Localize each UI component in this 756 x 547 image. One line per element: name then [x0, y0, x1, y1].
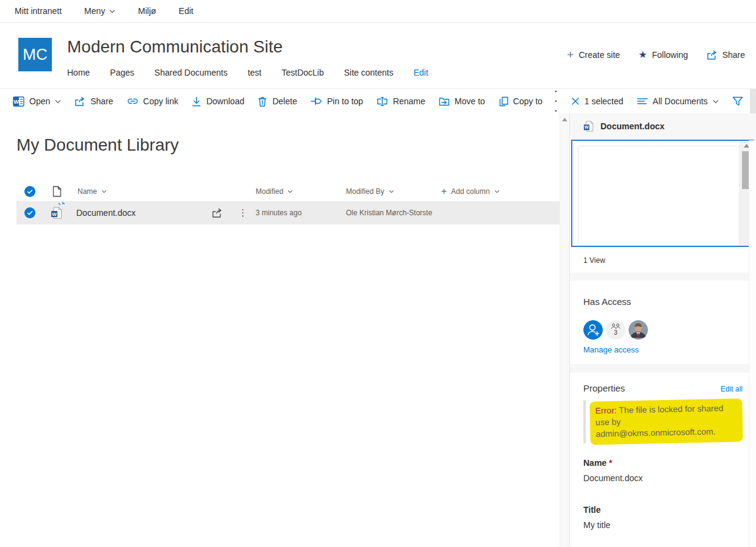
command-bar-left: W Open Share Copy link Download [0, 89, 564, 113]
edit-all-link[interactable]: Edit all [721, 385, 743, 393]
folder-move-icon [439, 97, 450, 106]
name-field-value[interactable]: Document.docx [583, 473, 743, 483]
following-button[interactable]: ★ Following [638, 50, 688, 60]
row-share-icon[interactable] [212, 208, 223, 218]
delete-button[interactable]: Delete [251, 89, 303, 113]
new-item-glimmer-icon [58, 201, 65, 207]
filter-funnel-icon [732, 96, 743, 106]
row-checkbox[interactable] [24, 207, 35, 218]
svg-text:W: W [13, 99, 19, 105]
scroll-up-arrow-icon[interactable] [562, 118, 567, 121]
open-label: Open [29, 96, 50, 106]
pin-to-top-label: Pin to top [327, 96, 363, 106]
column-header-name[interactable]: Name [70, 187, 204, 196]
details-panel-header: W Document.docx [570, 113, 756, 140]
command-bar-right: 1 selected All Documents [564, 89, 756, 113]
view-list-icon [637, 98, 648, 105]
info-pane-toggle-button[interactable] [750, 89, 756, 113]
copy-to-button[interactable]: Copy to [492, 89, 549, 113]
command-bar: W Open Share Copy link Download [0, 88, 756, 113]
share-button[interactable]: Share [68, 89, 120, 113]
word-file-icon: W [51, 207, 63, 219]
preview-page [578, 146, 740, 246]
user-photo-avatar[interactable] [628, 320, 648, 340]
nav-test[interactable]: test [248, 68, 262, 77]
share-site-button[interactable]: Share [707, 50, 745, 60]
section-divider [570, 273, 756, 281]
svg-text:W: W [585, 125, 589, 130]
chevron-down-icon [55, 99, 61, 104]
nav-shared-documents[interactable]: Shared Documents [154, 68, 228, 77]
name-field-label: Name [583, 458, 607, 468]
nav-pages[interactable]: Pages [110, 68, 134, 77]
nav-home[interactable]: Home [67, 68, 90, 77]
nav-testdoclib[interactable]: TestDocLib [281, 68, 323, 77]
rename-button[interactable]: Rename [370, 89, 432, 113]
row-more-actions-button[interactable]: ⋮ [230, 209, 256, 216]
clear-selection-button[interactable]: 1 selected [564, 89, 630, 113]
add-column-label: Add column [451, 187, 489, 196]
manage-access-link[interactable]: Manage access [583, 345, 639, 354]
suite-menu-label: Meny [84, 6, 105, 16]
nav-site-contents[interactable]: Site contents [344, 68, 394, 77]
file-name-link[interactable]: Document.docx [70, 208, 204, 218]
more-commands-button[interactable]: · · · [549, 87, 564, 116]
download-label: Download [206, 96, 244, 106]
list-scrollbar[interactable] [560, 113, 569, 547]
suite-menu[interactable]: Meny [84, 6, 115, 16]
suite-link-intranet[interactable]: Mitt intranett [15, 6, 62, 16]
chevron-down-icon [494, 190, 500, 193]
column-modified-by-label: Modified By [346, 187, 384, 196]
open-button[interactable]: W Open [6, 89, 68, 113]
error-label: Error: [595, 406, 616, 416]
site-logo[interactable]: MC [18, 38, 52, 71]
download-button[interactable]: Download [185, 89, 251, 113]
star-icon: ★ [638, 51, 647, 59]
pin-icon [311, 97, 322, 105]
suite-link-edit[interactable]: Edit [179, 6, 193, 16]
rename-label: Rename [393, 96, 425, 106]
word-file-icon: W [583, 121, 594, 132]
close-icon [571, 97, 580, 105]
main-content: My Document Library Name Modified [0, 113, 756, 547]
move-to-button[interactable]: Move to [432, 89, 492, 113]
access-group-avatar[interactable]: 3 [606, 320, 625, 340]
name-field: Name * Document.docx [583, 458, 743, 483]
select-all-checkbox[interactable] [24, 186, 35, 197]
add-column-button[interactable]: + Add column [441, 187, 560, 196]
plus-icon: + [441, 187, 447, 196]
error-left-bar [583, 400, 586, 443]
has-access-section: Has Access [570, 281, 756, 364]
group-count-label: 3 [614, 330, 617, 336]
create-site-button[interactable]: + Create site [567, 50, 620, 60]
site-title: Modern Communication Site [67, 37, 283, 57]
suite-link-miljo[interactable]: Miljø [138, 6, 156, 16]
share-site-label: Share [722, 50, 745, 60]
grant-access-avatar[interactable] [583, 320, 603, 340]
pin-to-top-button[interactable]: Pin to top [304, 89, 370, 113]
person-add-icon [583, 320, 603, 340]
section-divider [570, 364, 756, 373]
copy-link-button[interactable]: Copy link [120, 89, 185, 113]
copy-to-label: Copy to [513, 96, 542, 106]
access-avatars: 3 [583, 320, 743, 340]
site-nav: Home Pages Shared Documents test TestDoc… [67, 68, 428, 77]
details-panel: W Document.docx 1 View Has Access [569, 113, 756, 547]
table-row[interactable]: W Document.docx ⋮ 3 minutes ago Ole Kris… [16, 201, 560, 224]
panel-scrollbar[interactable] [749, 140, 756, 547]
share-icon [74, 96, 85, 106]
filter-button[interactable] [725, 89, 750, 113]
nav-edit[interactable]: Edit [414, 68, 428, 77]
row-modified-by-value: Ole Kristian Mørch-Storste [346, 209, 441, 217]
document-preview[interactable] [571, 140, 754, 247]
highlighted-error-text: Error: The file is locked for shared use… [589, 398, 743, 445]
column-header-modified-by[interactable]: Modified By [346, 187, 441, 196]
file-type-column-icon [52, 186, 62, 197]
share-icon [707, 50, 718, 60]
column-name-label: Name [77, 187, 97, 196]
suite-bar: Mitt intranett Meny Miljø Edit [0, 0, 756, 23]
chevron-down-icon [109, 9, 115, 13]
title-field-value[interactable]: My title [583, 520, 743, 530]
column-header-modified[interactable]: Modified [256, 187, 346, 196]
view-selector-button[interactable]: All Documents [630, 89, 725, 113]
